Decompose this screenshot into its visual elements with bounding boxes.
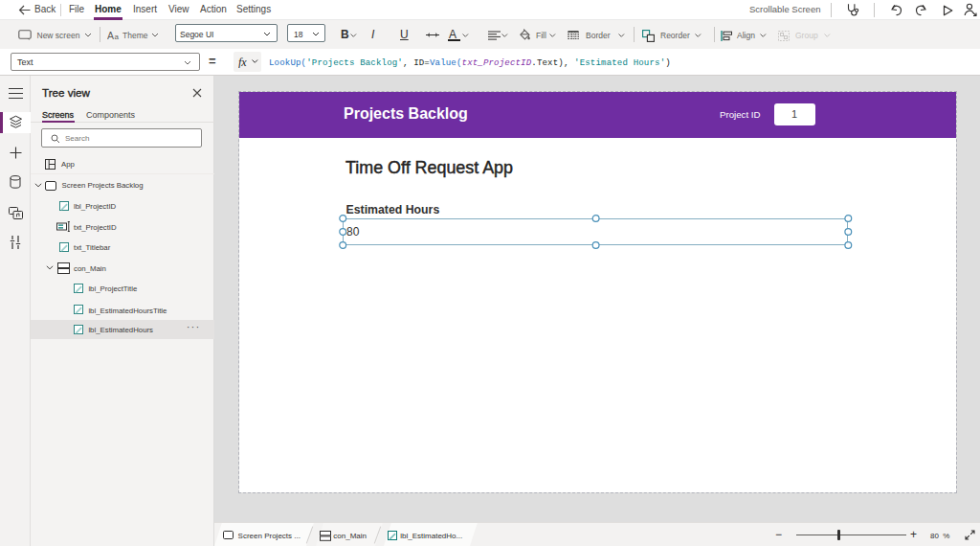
svg-text:fx: fx <box>238 56 247 68</box>
svg-text:A: A <box>107 30 114 41</box>
svg-text:a: a <box>115 33 120 41</box>
